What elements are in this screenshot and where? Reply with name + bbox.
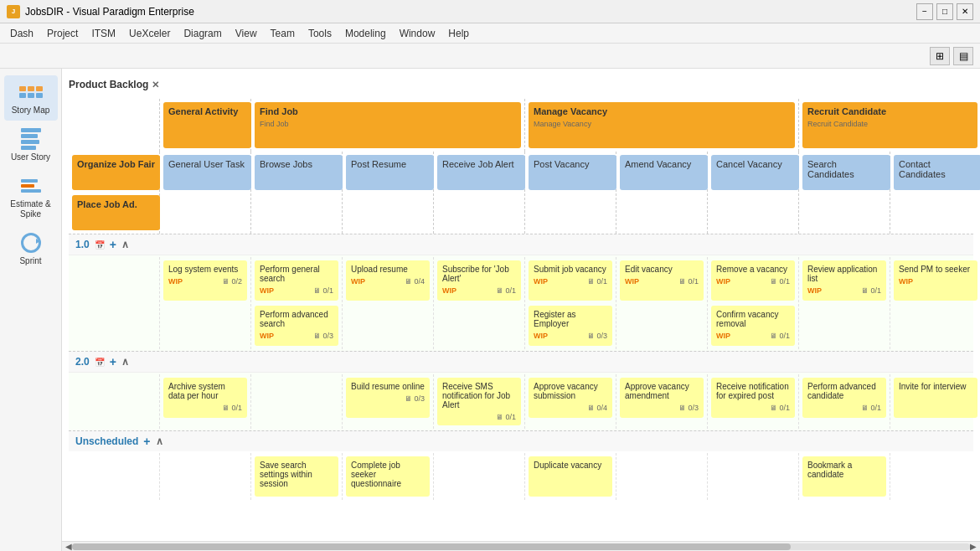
feature-receive-job-alert[interactable]: Receive Job Alert bbox=[437, 155, 525, 190]
story-save-search-settings[interactable]: Save search settings within session bbox=[255, 456, 338, 497]
sprint-2-label: 2.0 bbox=[75, 356, 90, 368]
menu-help[interactable]: Help bbox=[441, 26, 476, 41]
unscheduled-collapse-btn[interactable]: ∧ bbox=[156, 435, 163, 447]
story-perform-advanced-candidate[interactable]: Perform advanced candidate 🖥0/1 bbox=[802, 378, 886, 418]
story-receive-notification-expired-post[interactable]: Receive notification for expired post 🖥0… bbox=[711, 378, 795, 418]
epic-organize-job-fair[interactable]: Organize Job Fair bbox=[72, 155, 160, 190]
sprint-1-add-btn[interactable]: + bbox=[110, 238, 116, 251]
story-invite-for-interview[interactable]: Invite for interview bbox=[894, 378, 977, 418]
epic-general-activity[interactable]: General Activity bbox=[163, 102, 251, 148]
unscheduled-add-btn[interactable]: + bbox=[143, 435, 150, 448]
backlog-label: Product Backlog ✕ bbox=[69, 75, 159, 95]
epic-find-job[interactable]: Find Job Find Job bbox=[255, 102, 521, 148]
sidebar-label-estimate: Estimate & Spike bbox=[8, 199, 54, 219]
story-bookmark-candidate[interactable]: Bookmark a candidate bbox=[802, 456, 886, 497]
menubar: Dash Project ITSM UeXceler Diagram View … bbox=[0, 23, 980, 44]
sprint-1-col-9: Send PM to seeker WIP bbox=[890, 257, 980, 349]
story-map-icon bbox=[18, 80, 44, 104]
epic-manage-vacancy[interactable]: Manage Vacancy Manage Vacancy bbox=[529, 102, 795, 148]
sidebar: Story Map User Story Estima bbox=[0, 69, 62, 551]
sprint-1-collapse-btn[interactable]: ∧ bbox=[121, 239, 129, 250]
feature-post-resume[interactable]: Post Resume bbox=[346, 155, 434, 190]
sidebar-item-story-map[interactable]: Story Map bbox=[4, 75, 58, 121]
feature-browse-jobs[interactable]: Browse Jobs bbox=[255, 155, 343, 190]
sprint-2-collapse-btn[interactable]: ∧ bbox=[121, 356, 129, 368]
epic-recruit-candidate[interactable]: Recruit Candidate Recruit Candidate bbox=[802, 102, 977, 148]
story-build-resume-online[interactable]: Build resume online 🖥0/3 bbox=[346, 378, 430, 418]
story-remove-vacancy[interactable]: Remove a vacancy WIP 🖥0/1 bbox=[711, 260, 795, 301]
minimize-button[interactable]: − bbox=[916, 3, 933, 20]
scroll-left-btn[interactable]: ◀ bbox=[65, 542, 72, 551]
story-perform-general-search[interactable]: Perform general search WIP 🖥0/1 bbox=[255, 260, 338, 301]
story-archive-system-data[interactable]: Archive system data per hour 🖥0/1 bbox=[163, 378, 247, 418]
menu-team[interactable]: Team bbox=[264, 26, 302, 41]
unscheduled-col-8: Bookmark a candidate bbox=[799, 453, 890, 500]
sprint-1-col-3: Upload resume WIP 🖥0/4 bbox=[343, 257, 434, 349]
estimate-icon bbox=[18, 174, 44, 198]
horizontal-scrollbar[interactable]: ◀ ▶ bbox=[62, 541, 980, 551]
sprint-1-stories: Log system events WIP 🖥 0/2 bbox=[69, 255, 973, 351]
calendar-icon-1: 📅 bbox=[95, 240, 105, 250]
sprint-2-col-8: Perform advanced candidate 🖥0/1 bbox=[799, 374, 890, 429]
story-register-as-employer[interactable]: Register as Employer WIP 🖥0/3 bbox=[529, 306, 612, 346]
story-submit-job-vacancy[interactable]: Submit job vacancy WIP 🖥0/1 bbox=[529, 260, 612, 301]
storymap-container[interactable]: Product Backlog ✕ General Activity bbox=[62, 69, 980, 541]
story-approve-vacancy-amendment[interactable]: Approve vacancy amendment 🖥0/3 bbox=[620, 378, 704, 418]
feature-general-user-task[interactable]: General User Task bbox=[163, 155, 251, 190]
toolbar-grid-btn[interactable]: ⊞ bbox=[930, 47, 950, 65]
story-review-application-list[interactable]: Review application list WIP 🖥0/1 bbox=[802, 260, 886, 301]
story-upload-resume[interactable]: Upload resume WIP 🖥0/4 bbox=[346, 260, 430, 301]
menu-tools[interactable]: Tools bbox=[302, 26, 338, 41]
menu-uexceler[interactable]: UeXceler bbox=[122, 26, 177, 41]
story-log-system-events[interactable]: Log system events WIP 🖥 0/2 bbox=[163, 260, 247, 301]
menu-view[interactable]: View bbox=[229, 26, 264, 41]
feature-cancel-vacancy[interactable]: Cancel Vacancy bbox=[711, 155, 799, 190]
story-confirm-vacancy-removal[interactable]: Confirm vacancy removal WIP 🖥0/1 bbox=[711, 306, 795, 346]
feature-row: Organize Job Fair Place Job Ad. General … bbox=[69, 152, 973, 234]
sidebar-item-estimate[interactable]: Estimate & Spike bbox=[4, 169, 58, 224]
sprint-1-label: 1.0 bbox=[75, 239, 90, 250]
sprint-1-col-7: Remove a vacancy WIP 🖥0/1 Confirm vacanc… bbox=[708, 257, 799, 349]
story-send-pm-to-seeker[interactable]: Send PM to seeker WIP bbox=[894, 260, 977, 301]
toolbar: ⊞ ▤ bbox=[0, 44, 980, 69]
sprint-2-header: 2.0 📅 + ∧ bbox=[69, 351, 973, 373]
sprint-2-col-2 bbox=[251, 374, 343, 429]
sidebar-item-user-story[interactable]: User Story bbox=[4, 122, 58, 167]
maximize-button[interactable]: □ bbox=[936, 3, 953, 20]
menu-modeling[interactable]: Modeling bbox=[338, 26, 393, 41]
feature-amend-vacancy[interactable]: Amend Vacancy bbox=[620, 155, 708, 190]
story-approve-vacancy-submission[interactable]: Approve vacancy submission 🖥0/4 bbox=[529, 378, 612, 418]
scroll-track[interactable] bbox=[72, 543, 970, 550]
scroll-thumb[interactable] bbox=[72, 543, 791, 550]
menu-dash[interactable]: Dash bbox=[3, 26, 40, 41]
story-perform-advanced-search[interactable]: Perform advanced search WIP 🖥0/3 bbox=[255, 306, 338, 346]
feature-contact-candidates[interactable]: Contact Candidates bbox=[894, 155, 980, 190]
menu-window[interactable]: Window bbox=[393, 26, 442, 41]
unscheduled-col-1 bbox=[160, 453, 251, 500]
feature-post-vacancy[interactable]: Post Vacancy bbox=[529, 155, 616, 190]
content-area: Product Backlog ✕ General Activity bbox=[62, 69, 980, 551]
unscheduled-col-9 bbox=[890, 453, 980, 500]
scroll-right-btn[interactable]: ▶ bbox=[970, 542, 977, 551]
story-edit-vacancy[interactable]: Edit vacancy WIP 🖥0/1 bbox=[620, 260, 704, 301]
menu-itsm[interactable]: ITSM bbox=[85, 26, 122, 41]
sprint-1-col-5: Submit job vacancy WIP 🖥0/1 Register as … bbox=[525, 257, 616, 349]
toolbar-panel-btn[interactable]: ▤ bbox=[953, 47, 973, 65]
sidebar-item-sprint[interactable]: Sprint bbox=[4, 226, 58, 271]
menu-project[interactable]: Project bbox=[40, 26, 85, 41]
sprint-2-stories: Archive system data per hour 🖥0/1 Build … bbox=[69, 373, 973, 430]
unscheduled-stories: Save search settings within session Comp… bbox=[69, 451, 973, 502]
backlog-close-btn[interactable]: ✕ bbox=[152, 80, 159, 90]
menu-diagram[interactable]: Diagram bbox=[177, 26, 228, 41]
unscheduled-header: Unscheduled + ∧ bbox=[69, 430, 973, 451]
story-receive-sms-notification[interactable]: Receive SMS notification for Job Alert 🖥… bbox=[437, 378, 521, 425]
story-complete-job-seeker-questionnaire[interactable]: Complete job seeker questionnaire bbox=[346, 456, 430, 497]
sprint-2-add-btn[interactable]: + bbox=[110, 355, 116, 368]
story-subscribe-job-alert[interactable]: Subscribe for 'Job Alert' WIP 🖥0/1 bbox=[437, 260, 521, 301]
story-duplicate-vacancy[interactable]: Duplicate vacancy bbox=[529, 456, 612, 497]
sprint-1-col-4: Subscribe for 'Job Alert' WIP 🖥0/1 bbox=[434, 257, 525, 349]
feature-search-candidates[interactable]: Search Candidates bbox=[802, 155, 890, 190]
epic-place-job-ad[interactable]: Place Job Ad. bbox=[72, 195, 160, 230]
sprint-2-col-3: Build resume online 🖥0/3 bbox=[343, 374, 434, 429]
close-button[interactable]: ✕ bbox=[957, 3, 973, 20]
